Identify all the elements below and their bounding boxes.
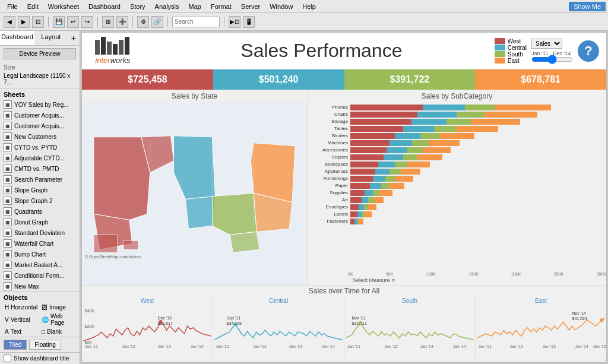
sheet-item-14[interactable]: ▦Bump Chart bbox=[0, 249, 80, 259]
sheet-item-10[interactable]: ▦Quadrants bbox=[0, 206, 80, 217]
bar-south-8 bbox=[395, 162, 407, 167]
toolbar-undo-button[interactable]: ↩ bbox=[67, 16, 79, 28]
show-me-button[interactable]: Show Me bbox=[569, 2, 606, 11]
object-item-4[interactable]: AText bbox=[4, 328, 39, 335]
toolbar-forward-button[interactable]: ▶ bbox=[18, 16, 30, 28]
bar-central-11 bbox=[370, 183, 381, 189]
sheet-icon-4: ▦ bbox=[4, 143, 12, 151]
bar-west-1 bbox=[350, 112, 417, 118]
toolbar-present-button[interactable]: ▶⊡ bbox=[229, 16, 240, 28]
toolbar-save-button[interactable]: 💾 bbox=[53, 16, 65, 28]
sheet-name-1: Customer Acquis... bbox=[14, 112, 64, 119]
menu-item-server[interactable]: Server bbox=[236, 2, 265, 11]
toolbar-search-input[interactable] bbox=[172, 17, 220, 27]
menu-item-window[interactable]: Window bbox=[265, 2, 297, 11]
object-item-2[interactable]: VVertical bbox=[4, 312, 39, 327]
bar-label-7: Copiers bbox=[310, 154, 350, 160]
floating-button[interactable]: Floating bbox=[29, 340, 61, 350]
tab-layout[interactable]: Layout bbox=[34, 31, 68, 45]
select-measure-label[interactable]: Select Measure bbox=[353, 277, 390, 283]
sheet-icon-17: ▦ bbox=[4, 282, 12, 290]
menu-item-story[interactable]: Story bbox=[125, 2, 150, 11]
obj-label-3: Web Page bbox=[50, 313, 75, 326]
object-item-0[interactable]: HHorizontal bbox=[4, 303, 39, 311]
bar-chart-title: Sales by SubCategory bbox=[308, 90, 606, 102]
sheet-name-7: Search Parameter bbox=[14, 176, 62, 183]
toolbar-highlight-button[interactable]: 🔗 bbox=[151, 16, 163, 28]
bar-central-10 bbox=[373, 176, 385, 182]
bar-south-12 bbox=[373, 190, 380, 196]
toolbar-filter-button[interactable]: ⚙ bbox=[137, 16, 149, 28]
sheet-item-6[interactable]: ▦CMTD vs. PMTD bbox=[0, 163, 80, 174]
logo-icon bbox=[95, 37, 131, 55]
menu-item-dashboard[interactable]: Dashboard bbox=[84, 2, 125, 11]
kpi-east: $678,781 bbox=[475, 69, 606, 90]
bar-track-16 bbox=[350, 218, 601, 224]
sheet-item-4[interactable]: ▦CYTD vs. PYTD bbox=[0, 142, 80, 153]
toolbar-redo-button[interactable]: ↪ bbox=[81, 16, 93, 28]
bar-label-15: Labels bbox=[310, 211, 350, 217]
show-title-checkbox[interactable] bbox=[4, 354, 11, 362]
sheet-item-17[interactable]: ▦New Max bbox=[0, 281, 80, 291]
bar-central-5 bbox=[390, 140, 412, 146]
bar-south-3 bbox=[434, 126, 457, 132]
bar-west-12 bbox=[350, 190, 365, 196]
menu-item-map[interactable]: Map bbox=[184, 2, 206, 11]
menu-item-file[interactable]: File bbox=[2, 2, 23, 11]
object-item-5[interactable]: □Blank bbox=[40, 328, 76, 335]
bar-west-3 bbox=[350, 126, 403, 132]
toolbar-home-button[interactable]: ⊡ bbox=[32, 16, 44, 28]
legend-row-central: Central bbox=[495, 45, 527, 51]
bar-track-15 bbox=[350, 211, 601, 217]
bar-row-1: Chairs bbox=[310, 111, 601, 117]
sheet-item-0[interactable]: ▦YOY Sales by Reg... bbox=[0, 99, 80, 110]
sheet-item-8[interactable]: ▦Slope Graph bbox=[0, 185, 80, 195]
sheet-item-16[interactable]: ▦Conditional Form... bbox=[0, 270, 80, 281]
tab-add[interactable]: + bbox=[68, 31, 80, 45]
bar-track-2 bbox=[350, 118, 601, 124]
toolbar-connect-button[interactable]: ⊞ bbox=[102, 16, 114, 28]
sheet-item-12[interactable]: ▦Standard Deviation bbox=[0, 227, 80, 238]
sheet-icon-0: ▦ bbox=[4, 100, 12, 109]
bar-track-11 bbox=[350, 182, 601, 188]
tab-dashboard[interactable]: Dashboard bbox=[0, 31, 34, 45]
show-dashboard-title[interactable]: Show dashboard title bbox=[0, 352, 80, 364]
sheet-item-7[interactable]: ▦Search Parameter bbox=[0, 174, 80, 185]
sheet-item-15[interactable]: ▦Market Basket A... bbox=[0, 259, 80, 270]
object-item-3[interactable]: 🌐Web Page bbox=[40, 312, 76, 327]
sheet-item-5[interactable]: ▦Adjustable CYTD... bbox=[0, 153, 80, 163]
bar-east-0 bbox=[495, 105, 551, 110]
bar-east-7 bbox=[417, 154, 442, 160]
menu-item-analysis[interactable]: Analysis bbox=[150, 2, 184, 11]
help-icon[interactable]: ? bbox=[578, 40, 599, 62]
object-item-1[interactable]: 🖼Image bbox=[40, 303, 76, 311]
sheet-item-13[interactable]: ▦Waterfall Chart bbox=[0, 238, 80, 249]
measure-dropdown[interactable]: Sales bbox=[531, 39, 562, 49]
svg-text:Jan '12: Jan '12 bbox=[122, 344, 135, 349]
bar-track-12 bbox=[350, 189, 601, 195]
menu-item-worksheet[interactable]: Worksheet bbox=[43, 2, 84, 11]
sheet-item-2[interactable]: ▦Customer Acquis... bbox=[0, 121, 80, 131]
date-range-slider[interactable] bbox=[531, 56, 573, 62]
svg-text:Jan '11: Jan '11 bbox=[85, 344, 98, 349]
sheet-item-11[interactable]: ▦Donut Graph bbox=[0, 217, 80, 227]
toolbar-back-button[interactable]: ◀ bbox=[4, 16, 15, 28]
interworks-logo: interworks bbox=[89, 37, 137, 64]
sheet-item-3[interactable]: ▦New Customers bbox=[0, 131, 80, 142]
svg-text:Jan '13: Jan '13 bbox=[289, 344, 302, 349]
menu-item-format[interactable]: Format bbox=[206, 2, 236, 11]
menu-item-edit[interactable]: Edit bbox=[23, 2, 43, 11]
bar-west-2 bbox=[350, 119, 411, 125]
toolbar-add-button[interactable]: ➕ bbox=[116, 16, 128, 28]
sheet-item-1[interactable]: ▦Customer Acquis... bbox=[0, 110, 80, 121]
bar-row-4: Binders bbox=[310, 132, 601, 138]
bar-track-14 bbox=[350, 204, 601, 210]
kpi-central: $501,240 bbox=[213, 69, 344, 90]
device-preview-button[interactable]: Device Preview bbox=[4, 48, 76, 59]
sheet-item-9[interactable]: ▦Slope Graph 2 bbox=[0, 195, 80, 206]
charts-row: Sales by State bbox=[82, 90, 606, 285]
toolbar-device-button[interactable]: 📱 bbox=[243, 16, 255, 28]
bar-row-11: Paper bbox=[310, 182, 601, 188]
tiled-button[interactable]: Tiled bbox=[4, 340, 27, 350]
menu-item-help[interactable]: Help bbox=[297, 2, 321, 11]
